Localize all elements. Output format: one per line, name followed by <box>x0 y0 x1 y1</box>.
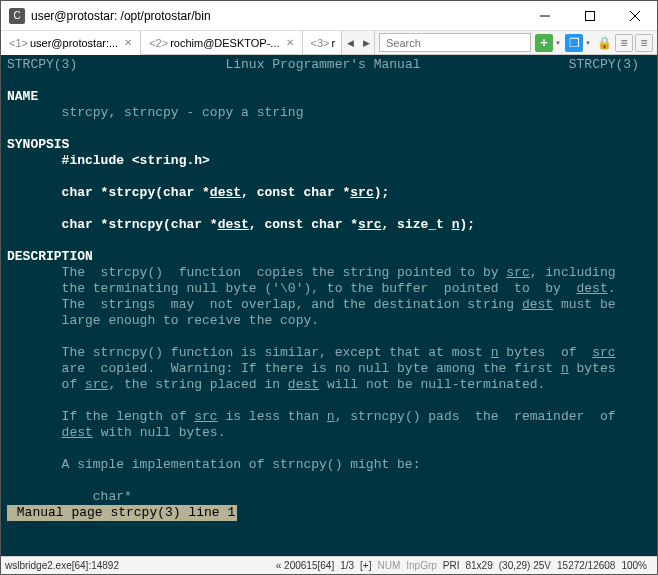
arg-dest: dest <box>210 185 241 200</box>
tab-next-button[interactable]: ▶ <box>358 38 374 48</box>
d3b: must be <box>553 297 615 312</box>
proto-2a: char *strncpy(char * <box>7 217 218 232</box>
d7b: , the string placed in <box>108 377 287 392</box>
tab-index: <1> <box>9 37 28 49</box>
d8b: is less than <box>218 409 327 424</box>
menu-icon[interactable]: ≡ <box>635 34 653 52</box>
memory-info: 15272/12608 <box>557 560 615 571</box>
arg-dest: dest <box>522 297 553 312</box>
modified-indicator: [+] <box>360 560 371 571</box>
arg-src: src <box>592 345 615 360</box>
arg-dest: dest <box>288 377 319 392</box>
d7a: of <box>7 377 85 392</box>
window-titlebar: C user@protostar: /opt/protostar/bin <box>1 1 657 31</box>
svg-rect-1 <box>585 11 594 20</box>
close-button[interactable] <box>612 1 657 31</box>
zoom-percent: 100% <box>621 560 647 571</box>
proto-2d: ); <box>460 217 476 232</box>
section-name: NAME <box>7 89 38 104</box>
priority-indicator: PRI <box>443 560 460 571</box>
arg-n: n <box>327 409 335 424</box>
minimize-button[interactable] <box>522 1 567 31</box>
d3a: The strings may not overlap, and the des… <box>7 297 522 312</box>
man-header-right: STRCPY(3) <box>569 57 639 72</box>
arg-src: src <box>85 377 108 392</box>
d8c: , strncpy() pads the remainder of <box>335 409 616 424</box>
d1b: , including <box>530 265 616 280</box>
tab-prev-button[interactable]: ◀ <box>342 38 358 48</box>
numlock-indicator: NUM <box>377 560 400 571</box>
split-dropdown-icon[interactable]: ▼ <box>585 40 593 46</box>
d2a: the terminating null byte ('\0'), to the… <box>7 281 577 296</box>
man-header-center: Linux Programmer's Manual <box>225 57 420 72</box>
d10: A simple implementation of strncpy() mig… <box>7 457 420 472</box>
proto-1b: , const char * <box>241 185 350 200</box>
tab-index: <2> <box>149 37 168 49</box>
d8a: If the length of <box>7 409 194 424</box>
d1a: The strcpy() function copies the string … <box>7 265 506 280</box>
d6b: bytes <box>569 361 616 376</box>
arg-dest: dest <box>62 425 93 440</box>
tab-close-icon[interactable]: ✕ <box>124 37 132 48</box>
search-input[interactable] <box>379 33 531 52</box>
arg-dest: dest <box>218 217 249 232</box>
d2b: . <box>608 281 616 296</box>
proto-1a: char *strcpy(char * <box>7 185 210 200</box>
app-icon: C <box>9 8 25 24</box>
section-synopsis: SYNOPSIS <box>7 137 69 152</box>
tab-label: r <box>331 37 335 49</box>
session-tab-1[interactable]: <1> user@protostar:... ✕ <box>1 31 141 55</box>
window-title: user@protostar: /opt/protostar/bin <box>31 9 522 23</box>
session-tab-3[interactable]: <3> r <box>303 31 342 54</box>
terminal-pane[interactable]: STRCPY(3) Linux Programmer's Manual STRC… <box>1 55 657 556</box>
manpage-status-line: Manual page strcpy(3) line 1 <box>7 505 237 521</box>
proto-2b: , const char * <box>249 217 358 232</box>
tab-close-icon[interactable]: ✕ <box>286 37 294 48</box>
include-line: #include <string.h> <box>7 153 210 168</box>
session-tab-2[interactable]: <2> rochim@DESKTOP-... ✕ <box>141 31 302 54</box>
lock-icon[interactable]: 🔒 <box>595 34 613 52</box>
d9b: with null bytes. <box>93 425 226 440</box>
new-session-dropdown-icon[interactable]: ▼ <box>555 40 563 46</box>
maximize-button[interactable] <box>567 1 612 31</box>
arg-dest: dest <box>577 281 608 296</box>
d9a <box>7 425 62 440</box>
status-bar: wslbridge2.exe[64]:14892 « 200615[64] 1/… <box>1 556 657 574</box>
new-session-button[interactable]: ＋ <box>535 34 553 52</box>
section-description: DESCRIPTION <box>7 249 93 264</box>
process-info: wslbridge2.exe[64]:14892 <box>5 560 119 571</box>
proto-1c: ); <box>374 185 390 200</box>
cursor-position: (30,29) 25V <box>499 560 551 571</box>
buffer-info: « 200615[64] <box>276 560 334 571</box>
man-header-left: STRCPY(3) <box>7 57 77 72</box>
d5a: The strncpy() function is similar, excep… <box>7 345 491 360</box>
tab-label: user@protostar:... <box>30 37 118 49</box>
d6a: are copied. Warning: If there is no null… <box>7 361 561 376</box>
toolbar-icons: ＋ ▼ ❐ ▼ 🔒 ≡ ≡ <box>535 31 657 54</box>
tab-label: rochim@DESKTOP-... <box>170 37 279 49</box>
arg-src: src <box>350 185 373 200</box>
arg-n: n <box>452 217 460 232</box>
arg-src: src <box>358 217 381 232</box>
d7c: will not be null-terminated. <box>319 377 545 392</box>
proto-2c: , size_t <box>381 217 451 232</box>
arg-src: src <box>194 409 217 424</box>
arg-n: n <box>561 361 569 376</box>
arg-n: n <box>491 345 499 360</box>
tab-nav: ◀ ▶ <box>342 31 375 54</box>
terminal-size: 81x29 <box>466 560 493 571</box>
tab-index: <3> <box>311 37 330 49</box>
d11: char* <box>7 489 132 504</box>
arg-src: src <box>506 265 529 280</box>
page-info: 1/3 <box>340 560 354 571</box>
input-group-indicator: InpGrp <box>406 560 437 571</box>
tab-toolbar: <1> user@protostar:... ✕ <2> rochim@DESK… <box>1 31 657 55</box>
sidebar-toggle-icon[interactable]: ≡ <box>615 34 633 52</box>
d4: large enough to receive the copy. <box>7 313 319 328</box>
name-line: strcpy, strncpy - copy a string <box>7 105 303 120</box>
d5b: bytes of <box>499 345 593 360</box>
split-button[interactable]: ❐ <box>565 34 583 52</box>
